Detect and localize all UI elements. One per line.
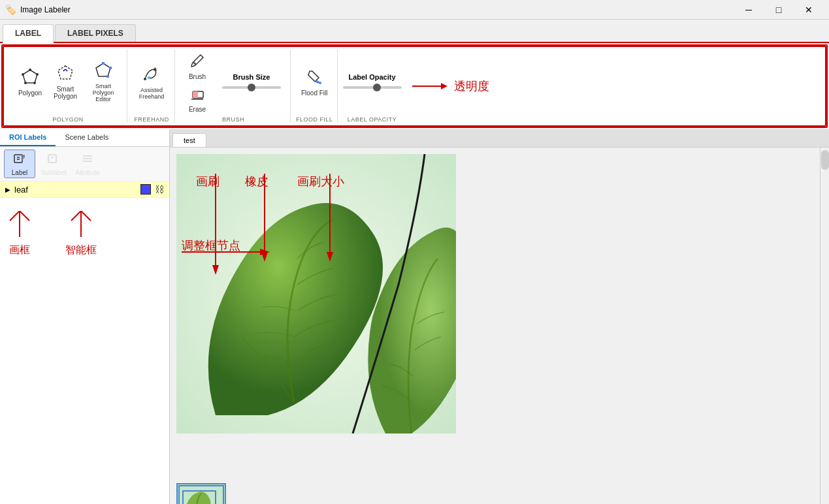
tab-scene-labels[interactable]: Scene Labels xyxy=(56,129,118,146)
smart-polygon-label: SmartPolygon xyxy=(54,86,77,100)
svg-line-28 xyxy=(10,211,20,221)
smart-polygon-editor-tool[interactable]: Smart PolygonEditor xyxy=(84,60,123,104)
thumbnail xyxy=(176,483,226,504)
panel-content: 画框 智能框 xyxy=(0,198,169,504)
tab-roi-labels[interactable]: ROI Labels xyxy=(0,129,56,146)
erase-icon xyxy=(189,85,206,104)
frame-annotation: 画框 xyxy=(7,211,33,257)
attribute-tool-btn: Attribute xyxy=(72,150,103,178)
polygon-group-label: POLYGON xyxy=(52,115,83,123)
canvas-tabs: test xyxy=(170,129,829,148)
svg-point-1 xyxy=(29,69,31,71)
svg-point-4 xyxy=(24,82,27,84)
svg-rect-19 xyxy=(14,155,22,163)
toolbar-wrapper: Polygon SmartPolygon Smart PolygonEditor… xyxy=(1,44,828,128)
flood-fill-group: Flood Fill FLOOD FILL xyxy=(292,50,338,123)
smart-polygon-tool[interactable]: SmartPolygon xyxy=(48,63,82,102)
thumbnail-svg xyxy=(178,484,225,504)
brush-size-arrow-svg xyxy=(297,174,376,278)
svg-line-29 xyxy=(20,211,29,221)
image-viewer: 画刷 橡皮 画刷大小 xyxy=(170,148,829,504)
opacity-label: Label Opacity xyxy=(348,73,395,81)
minimize-button[interactable]: ─ xyxy=(734,0,764,20)
svg-marker-0 xyxy=(23,70,37,83)
assisted-freehand-icon xyxy=(142,65,161,86)
restore-button[interactable]: □ xyxy=(764,0,794,20)
tab-label[interactable]: LABEL xyxy=(3,24,54,43)
svg-line-32 xyxy=(81,211,91,221)
sublabel-tool-label: Sublabel xyxy=(41,169,67,176)
smart-frame-annotation-text: 智能框 xyxy=(65,244,97,257)
smart-frame-arrow-svg xyxy=(68,211,94,244)
brush-label: Brush xyxy=(189,73,206,80)
freehand-tools: AssistedFreehand xyxy=(133,50,171,115)
svg-marker-7 xyxy=(96,63,110,76)
svg-marker-43 xyxy=(327,252,333,262)
toolbar: Polygon SmartPolygon Smart PolygonEditor… xyxy=(3,46,826,127)
opacity-group-label: LABEL OPACITY xyxy=(348,115,397,123)
svg-rect-8 xyxy=(102,62,105,65)
brush-size-label: Brush Size xyxy=(233,73,270,81)
erase-tool[interactable]: Erase xyxy=(180,82,214,115)
svg-point-5 xyxy=(22,73,24,76)
frame-arrow-svg xyxy=(7,211,33,244)
brush-group-label: BRUSH xyxy=(222,115,244,123)
polygon-label: Polygon xyxy=(18,89,42,97)
leaf-expand-icon[interactable]: ▶ xyxy=(5,186,10,193)
flood-fill-tools: Flood Fill xyxy=(297,50,331,115)
flood-fill-tool[interactable]: Flood Fill xyxy=(297,66,331,99)
main-layout: ROI Labels Scene Labels Label Sublabel xyxy=(0,129,829,504)
svg-point-3 xyxy=(33,82,36,84)
opacity-slider[interactable] xyxy=(343,86,402,89)
sublabel-tool-icon xyxy=(47,152,60,168)
freehand-group: AssistedFreehand FREEHAND xyxy=(129,50,175,123)
opacity-arrow-svg xyxy=(412,76,451,96)
freehand-group-label: FREEHAND xyxy=(134,115,169,123)
svg-rect-14 xyxy=(193,91,198,98)
polygon-tool[interactable]: Polygon xyxy=(13,66,47,99)
erase-label: Erase xyxy=(189,106,206,113)
panel-tabs: ROI Labels Scene Labels xyxy=(0,129,169,147)
right-scrollbar[interactable] xyxy=(820,148,829,504)
title-bar-controls: ─ □ ✕ xyxy=(734,0,824,20)
canvas-area: test xyxy=(170,129,829,504)
polygon-icon xyxy=(22,69,39,88)
smart-frame-annotation: 智能框 xyxy=(65,211,97,257)
smart-polygon-editor-icon xyxy=(95,62,112,82)
leaf-row: ▶ leaf ⛓ xyxy=(0,181,169,198)
brush-icon xyxy=(189,52,206,72)
svg-marker-18 xyxy=(441,83,447,89)
svg-point-12 xyxy=(148,76,150,79)
svg-rect-9 xyxy=(109,67,112,69)
brush-size-canvas-annotation: 画刷大小 xyxy=(297,174,376,280)
attribute-tool-label: Attribute xyxy=(75,169,99,176)
canvas-tab-test[interactable]: test xyxy=(172,133,206,147)
svg-rect-22 xyxy=(48,155,56,163)
label-toolbar: Label Sublabel Attribute xyxy=(0,147,169,181)
flood-fill-label: Flood Fill xyxy=(301,89,328,97)
polygon-group: Polygon SmartPolygon Smart PolygonEditor… xyxy=(9,50,127,123)
close-button[interactable]: ✕ xyxy=(794,0,824,20)
svg-point-16 xyxy=(319,82,321,84)
title-bar: 🏷️ Image Labeler ─ □ ✕ xyxy=(0,0,829,20)
svg-marker-45 xyxy=(260,249,270,255)
scrollbar-thumb[interactable] xyxy=(821,150,829,170)
top-tab-bar: LABEL LABEL PIXELS xyxy=(0,20,829,43)
smart-polygon-editor-label: Smart PolygonEditor xyxy=(86,83,121,102)
app-icon: 🏷️ xyxy=(5,5,16,15)
opacity-annotation-area: 透明度 xyxy=(407,50,489,123)
brush-group: Brush Erase Brush Si xyxy=(176,50,291,123)
opacity-annotation-text: 透明度 xyxy=(454,78,489,94)
svg-marker-6 xyxy=(58,66,73,79)
assisted-freehand-label: AssistedFreehand xyxy=(139,87,165,100)
sublabel-tool-btn: Sublabel xyxy=(38,150,69,178)
label-tool-icon xyxy=(13,152,26,168)
brush-size-slider[interactable] xyxy=(222,86,281,89)
label-tool-btn[interactable]: Label xyxy=(4,150,35,178)
tab-label-pixels[interactable]: LABEL PIXELS xyxy=(55,24,136,42)
assisted-freehand-tool[interactable]: AssistedFreehand xyxy=(133,63,171,102)
svg-point-2 xyxy=(36,73,39,76)
brush-tool[interactable]: Brush xyxy=(180,50,214,82)
svg-rect-10 xyxy=(106,75,109,78)
leaf-link-icon[interactable]: ⛓ xyxy=(155,184,164,195)
